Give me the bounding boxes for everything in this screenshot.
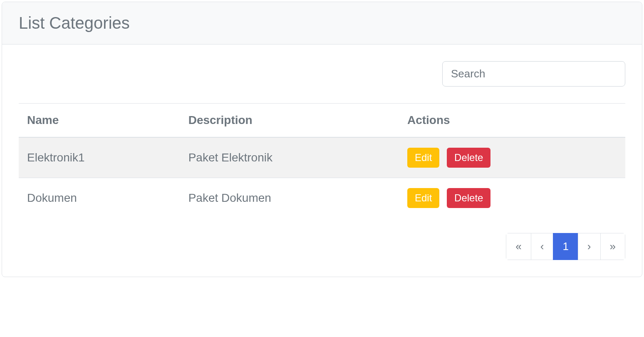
categories-table: Name Description Actions Elektronik1 Pak… [19,103,625,218]
delete-button[interactable]: Delete [447,188,490,208]
cell-name: Elektronik1 [19,137,180,178]
page-title: List Categories [19,14,625,32]
page-first-link[interactable]: « [506,233,530,260]
delete-button[interactable]: Delete [447,148,490,168]
page-next[interactable]: › [578,233,601,260]
search-row [19,61,625,87]
pagination: « ‹ 1 › » [506,233,625,260]
page-prev-link[interactable]: ‹ [531,233,553,260]
search-input[interactable] [442,61,625,87]
col-actions: Actions [399,104,625,138]
col-description: Description [180,104,399,138]
table-row: Dokumen Paket Dokumen Edit Delete [19,178,625,218]
cell-actions: Edit Delete [399,137,625,178]
col-name: Name [19,104,180,138]
page-last[interactable]: » [600,233,625,260]
page-current[interactable]: 1 [553,233,578,260]
page-prev[interactable]: ‹ [531,233,554,260]
page-first[interactable]: « [506,233,531,260]
table-row: Elektronik1 Paket Elektronik Edit Delete [19,137,625,178]
card-body: Name Description Actions Elektronik1 Pak… [2,45,642,277]
page-current-link[interactable]: 1 [553,233,577,260]
cell-description: Paket Elektronik [180,137,399,178]
edit-button[interactable]: Edit [407,188,439,208]
cell-name: Dokumen [19,178,180,218]
cell-description: Paket Dokumen [180,178,399,218]
edit-button[interactable]: Edit [407,148,439,168]
page-next-link[interactable]: › [578,233,600,260]
categories-card: List Categories Name Description Actions… [2,2,642,277]
page-last-link[interactable]: » [601,233,625,260]
card-header: List Categories [2,2,642,45]
cell-actions: Edit Delete [399,178,625,218]
pagination-row: « ‹ 1 › » [19,233,625,260]
